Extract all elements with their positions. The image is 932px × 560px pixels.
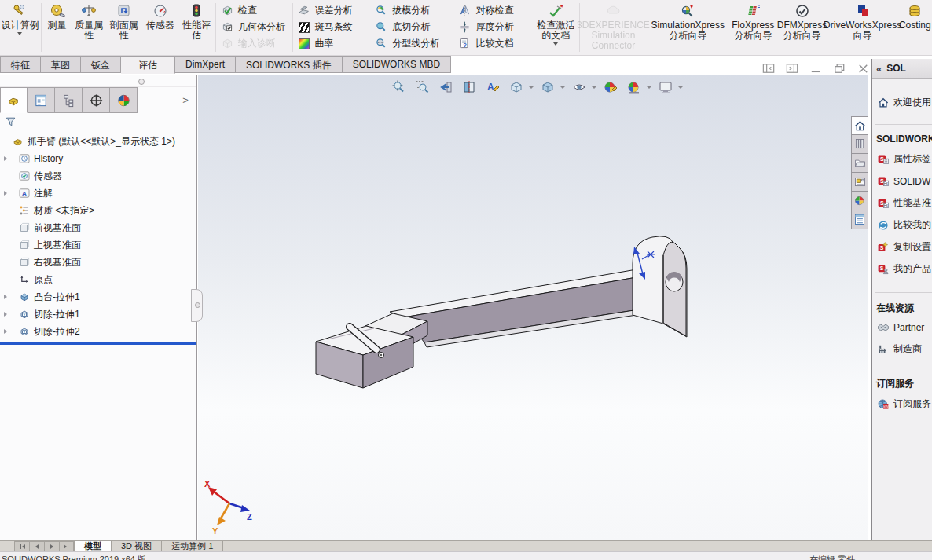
- check-button[interactable]: 检查: [221, 2, 288, 19]
- performance-evaluation-button[interactable]: 性能评估: [178, 0, 214, 55]
- tree-item-origin[interactable]: 原点: [0, 271, 196, 288]
- parting-line-analysis-button[interactable]: 分型线分析: [375, 35, 450, 52]
- view-palette-tab[interactable]: [851, 173, 868, 192]
- minimize-button[interactable]: [808, 61, 824, 75]
- expand-arrow-icon[interactable]: [0, 156, 11, 161]
- dropdown-caret-icon[interactable]: [560, 86, 565, 89]
- compare-documents-button[interactable]: ? 比较文档: [458, 35, 530, 52]
- rollback-bar[interactable]: [0, 342, 196, 345]
- measure-button[interactable]: 测量: [42, 0, 72, 55]
- graphics-viewport[interactable]: X Z Y A: [198, 75, 868, 540]
- zebra-stripes-button[interactable]: 斑马条纹: [297, 19, 367, 35]
- undercut-analysis-button[interactable]: 底切分析: [375, 19, 450, 35]
- expand-arrow-icon[interactable]: [0, 329, 11, 334]
- sensor-button[interactable]: 传感器: [141, 0, 178, 55]
- design-library-tab[interactable]: [851, 135, 868, 154]
- custom-properties-tab[interactable]: [851, 210, 868, 229]
- tab-dimxpert[interactable]: DimXpert: [175, 56, 236, 73]
- tree-root[interactable]: 抓手臂 (默认<<默认>_显示状态 1>): [0, 133, 196, 150]
- tree-item-sensors[interactable]: 传感器: [0, 167, 196, 185]
- tab-feature-tree[interactable]: [0, 87, 28, 113]
- dfmxpress-button[interactable]: DFMXpress 分析向导: [776, 0, 827, 55]
- floxpress-button[interactable]: FloXpress 分析向导: [729, 0, 776, 55]
- copy-settings-link[interactable]: S 复制设置: [876, 240, 931, 254]
- performance-benchmark-link[interactable]: SFx 性能基准: [876, 196, 931, 210]
- expand-arrow-icon[interactable]: [0, 191, 11, 196]
- tab-features[interactable]: 特征: [0, 56, 41, 73]
- subscription-link[interactable]: SW 订阅服务: [876, 397, 931, 411]
- dropdown-caret-icon[interactable]: [592, 86, 596, 89]
- tab-evaluate[interactable]: 评估: [121, 56, 175, 74]
- deviation-analysis-button[interactable]: 误差分析: [297, 2, 367, 19]
- property-tab-builder-link[interactable]: S 属性标签: [876, 152, 931, 166]
- display-style-button[interactable]: [538, 78, 557, 97]
- tree-item-front-plane[interactable]: 前视基准面: [0, 219, 196, 236]
- next-tab-button[interactable]: [44, 541, 59, 551]
- section-view-button[interactable]: [460, 78, 479, 97]
- tab-solidworks-mbd[interactable]: SOLIDWORKS MBD: [343, 56, 451, 73]
- symmetry-check-button[interactable]: 对称检查: [458, 2, 530, 19]
- tab-sheet-metal[interactable]: 钣金: [81, 56, 121, 73]
- first-tab-button[interactable]: [14, 541, 29, 551]
- draft-analysis-button[interactable]: 拔模分析: [375, 2, 450, 19]
- costing-button[interactable]: Costing: [898, 0, 932, 55]
- thickness-analysis-button[interactable]: 厚度分析: [458, 19, 530, 35]
- annotation-view-button[interactable]: A: [483, 78, 502, 97]
- panel-splitter-handle[interactable]: [191, 289, 203, 322]
- last-tab-button[interactable]: [59, 541, 74, 551]
- my-products-link[interactable]: S 我的产品: [876, 262, 931, 276]
- appearances-tab[interactable]: [851, 192, 868, 210]
- solidworks-rx-link[interactable]: SFx SOLIDW: [876, 174, 930, 188]
- pane-right-button[interactable]: [784, 61, 800, 75]
- check-active-document-button[interactable]: * 检查激活的文档: [534, 0, 578, 55]
- apply-scene-button[interactable]: [625, 78, 644, 97]
- design-study-button[interactable]: 设计算例: [0, 0, 40, 55]
- driveworksxpress-button[interactable]: DriveWorksXpress 向导: [827, 0, 898, 55]
- close-button[interactable]: [855, 61, 871, 75]
- tree-item-history[interactable]: History: [0, 150, 196, 167]
- geometry-analysis-button[interactable]: 几何体分析: [221, 19, 288, 35]
- view-orientation-button[interactable]: [507, 78, 526, 97]
- expand-arrow-icon[interactable]: [0, 312, 11, 317]
- tab-configuration-manager[interactable]: [55, 87, 83, 113]
- zoom-to-area-button[interactable]: [413, 78, 431, 97]
- tab-model[interactable]: 模型: [74, 541, 112, 551]
- tab-display-manager[interactable]: [110, 87, 138, 113]
- tree-item-right-plane[interactable]: 右视基准面: [0, 254, 196, 271]
- collapse-chevrons-icon[interactable]: «: [872, 63, 886, 75]
- pane-left-button[interactable]: [761, 61, 776, 75]
- simulationxpress-button[interactable]: SimulationXpress 分析向导: [646, 0, 729, 55]
- tree-item-material[interactable]: 材质 <未指定>: [0, 202, 196, 219]
- compare-my-score-link[interactable]: 比较我的: [876, 218, 931, 232]
- tree-item-cut-extrude2[interactable]: 切除-拉伸2: [0, 323, 196, 340]
- hide-show-items-button[interactable]: [570, 78, 589, 97]
- tree-item-boss-extrude1[interactable]: 凸台-拉伸1: [0, 288, 196, 306]
- tree-item-cut-extrude1[interactable]: 切除-拉伸1: [0, 306, 196, 323]
- home-tab[interactable]: [851, 116, 868, 135]
- mass-properties-button[interactable]: 质量属性: [72, 0, 106, 55]
- edit-appearance-button[interactable]: [601, 78, 620, 97]
- display-pane-toggle[interactable]: [138, 79, 145, 85]
- tab-3d-views[interactable]: 3D 视图: [112, 541, 162, 551]
- prev-tab-button[interactable]: [29, 541, 44, 551]
- tree-item-annotations[interactable]: A 注解: [0, 185, 196, 202]
- dropdown-caret-icon[interactable]: [647, 86, 651, 89]
- expand-arrow-icon[interactable]: [0, 295, 11, 299]
- previous-view-button[interactable]: [436, 78, 455, 97]
- section-properties-button[interactable]: 剖面属性: [106, 0, 141, 55]
- tab-property-manager[interactable]: [28, 87, 55, 113]
- view-settings-button[interactable]: [656, 78, 675, 97]
- welcome-link[interactable]: 欢迎使用: [876, 96, 931, 109]
- tab-sketch[interactable]: 草图: [41, 56, 81, 73]
- panel-flyout-arrow[interactable]: >: [174, 87, 196, 113]
- zoom-to-fit-button[interactable]: [389, 78, 408, 97]
- tree-item-top-plane[interactable]: 上视基准面: [0, 236, 196, 254]
- curvature-button[interactable]: 曲率: [297, 35, 367, 52]
- dropdown-caret-icon[interactable]: [678, 86, 683, 89]
- tab-dimxpert-manager[interactable]: [83, 87, 110, 113]
- filter-icon[interactable]: [3, 114, 18, 129]
- file-explorer-tab[interactable]: [851, 154, 868, 173]
- tab-solidworks-addins[interactable]: SOLIDWORKS 插件: [236, 56, 343, 73]
- restore-button[interactable]: [831, 61, 847, 75]
- partner-link[interactable]: Partner: [876, 320, 924, 334]
